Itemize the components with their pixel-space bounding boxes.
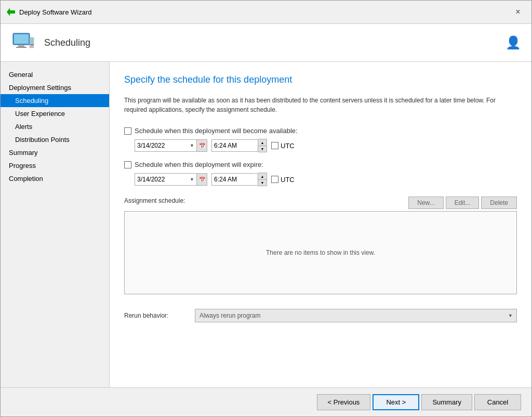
available-checkbox-label[interactable]: Schedule when this deployment will becom… bbox=[124, 127, 298, 135]
svg-rect-7 bbox=[31, 44, 32, 45]
svg-rect-6 bbox=[30, 40, 33, 44]
expire-checkbox-row: Schedule when this deployment will expir… bbox=[124, 161, 517, 168]
sidebar-item-summary[interactable]: Summary bbox=[1, 146, 109, 159]
footer: < Previous Next > Summary Cancel bbox=[1, 387, 531, 416]
expire-checkbox-label[interactable]: Schedule when this deployment will expir… bbox=[124, 161, 263, 168]
assignment-list-view: There are no items to show in this view. bbox=[124, 211, 517, 294]
available-time-spin[interactable]: ▲ ▼ bbox=[258, 139, 267, 152]
next-button[interactable]: Next > bbox=[373, 394, 419, 410]
expire-schedule-row: 3/14/2022 ▼ 📅 6:24 AM ▲ ▼ UTC bbox=[135, 173, 517, 186]
expire-utc-checkbox[interactable] bbox=[271, 176, 278, 183]
sidebar-item-general[interactable]: General bbox=[1, 68, 109, 81]
new-button[interactable]: New... bbox=[408, 197, 443, 209]
expire-time-up[interactable]: ▲ bbox=[258, 173, 267, 179]
arrow-icon bbox=[7, 8, 15, 16]
svg-rect-2 bbox=[14, 34, 29, 44]
svg-marker-0 bbox=[7, 8, 15, 16]
svg-rect-4 bbox=[16, 47, 26, 48]
svg-rect-3 bbox=[18, 45, 24, 47]
previous-button[interactable]: < Previous bbox=[317, 394, 371, 410]
rerun-label: Rerun behavior: bbox=[124, 312, 187, 319]
close-button[interactable]: × bbox=[511, 5, 525, 19]
delete-button[interactable]: Delete bbox=[481, 197, 517, 209]
cancel-button[interactable]: Cancel bbox=[474, 394, 521, 410]
available-schedule-row: 3/14/2022 ▼ 📅 6:24 AM ▲ ▼ UTC bbox=[135, 139, 517, 152]
available-time-up[interactable]: ▲ bbox=[258, 139, 267, 146]
expire-date-input[interactable]: 3/14/2022 ▼ bbox=[135, 173, 197, 186]
sidebar-item-progress[interactable]: Progress bbox=[1, 159, 109, 172]
sidebar-item-deployment-settings[interactable]: Deployment Settings bbox=[1, 81, 109, 94]
available-time-input[interactable]: 6:24 AM bbox=[211, 139, 258, 152]
section-title: Specify the schedule for this deployment bbox=[124, 74, 517, 85]
title-bar-text: Deploy Software Wizard bbox=[19, 8, 91, 16]
assignment-buttons: New... Edit... Delete bbox=[408, 197, 517, 209]
assignment-label: Assignment schedule: bbox=[124, 197, 185, 204]
body: General Deployment Settings Scheduling U… bbox=[1, 62, 531, 387]
available-date-input[interactable]: 3/14/2022 ▼ bbox=[135, 139, 197, 152]
empty-list-text: There are no items to show in this view. bbox=[266, 249, 375, 256]
main-content: Specify the schedule for this deployment… bbox=[110, 62, 531, 387]
header-area: Scheduling 👤 bbox=[1, 24, 531, 62]
expire-time-down[interactable]: ▼ bbox=[258, 179, 267, 186]
sidebar-item-user-experience[interactable]: User Experience bbox=[1, 107, 109, 120]
assignment-header: Assignment schedule: New... Edit... Dele… bbox=[124, 197, 517, 209]
expire-utc-label[interactable]: UTC bbox=[271, 176, 295, 184]
rerun-row: Rerun behavior: Always rerun program Nev… bbox=[124, 309, 517, 322]
sidebar-item-completion[interactable]: Completion bbox=[1, 172, 109, 185]
header-title: Scheduling bbox=[44, 37, 90, 48]
available-utc-label[interactable]: UTC bbox=[271, 142, 295, 150]
person-icon: 👤 bbox=[506, 35, 521, 50]
available-checkbox-row: Schedule when this deployment will becom… bbox=[124, 127, 517, 135]
header-left: Scheduling bbox=[11, 30, 90, 55]
available-date-cal-btn[interactable]: 📅 bbox=[197, 139, 207, 152]
summary-button[interactable]: Summary bbox=[421, 394, 472, 410]
computer-icon bbox=[11, 30, 36, 55]
sidebar-item-alerts[interactable]: Alerts bbox=[1, 120, 109, 133]
available-utc-checkbox[interactable] bbox=[271, 142, 278, 149]
sidebar-item-distribution-points[interactable]: Distribution Points bbox=[1, 133, 109, 146]
title-bar: Deploy Software Wizard × bbox=[1, 1, 531, 24]
svg-rect-8 bbox=[32, 44, 33, 45]
available-time-down[interactable]: ▼ bbox=[258, 146, 267, 152]
rerun-select[interactable]: Always rerun program Never rerun deploye… bbox=[195, 309, 517, 322]
expire-time-spin[interactable]: ▲ ▼ bbox=[258, 173, 267, 186]
expire-date-cal-btn[interactable]: 📅 bbox=[197, 173, 207, 186]
expire-time-input[interactable]: 6:24 AM bbox=[211, 173, 258, 186]
expire-checkbox[interactable] bbox=[124, 161, 131, 168]
sidebar-item-scheduling[interactable]: Scheduling bbox=[1, 94, 109, 107]
available-checkbox[interactable] bbox=[124, 127, 131, 135]
dialog-window: Deploy Software Wizard × Scheduling 👤 Ge… bbox=[0, 0, 532, 417]
description-text: This program will be available as soon a… bbox=[124, 96, 498, 114]
rerun-select-wrapper[interactable]: Always rerun program Never rerun deploye… bbox=[195, 309, 517, 322]
title-bar-left: Deploy Software Wizard bbox=[7, 8, 91, 16]
sidebar: General Deployment Settings Scheduling U… bbox=[1, 62, 110, 387]
edit-button[interactable]: Edit... bbox=[446, 197, 480, 209]
